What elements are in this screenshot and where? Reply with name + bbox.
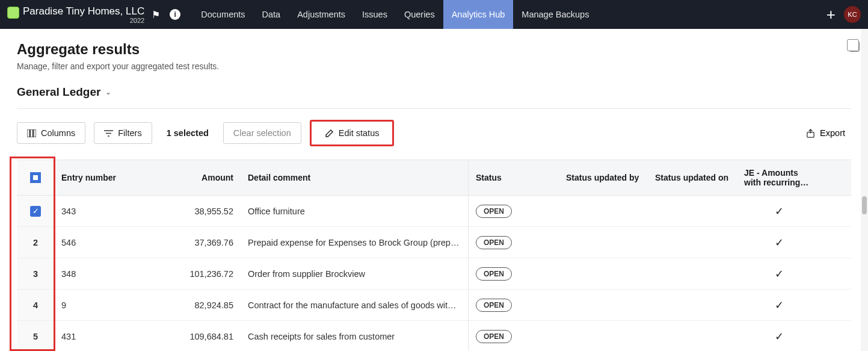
check-icon: ✓ [775,205,784,217]
table-row[interactable]: OPEN✓ [469,258,851,290]
status-cell: OPEN [469,200,559,223]
svg-rect-2 [34,129,36,137]
entry-cell: 431 [54,327,143,346]
updated-by-cell [559,207,648,216]
page-subtitle: Manage, filter and export your aggregate… [17,61,851,71]
table-row[interactable]: 3348101,236.72Order from supplier Brockv… [17,258,468,290]
results-table: Entry number Amount Detail comment ✓3433… [17,160,851,351]
svg-rect-1 [31,129,33,137]
nav-tab-adjustments[interactable]: Adjustments [289,0,354,29]
status-badge[interactable]: OPEN [476,267,512,281]
je-cell: ✓ [737,231,821,254]
nav-tab-data[interactable]: Data [254,0,289,29]
je-header[interactable]: JE - Amounts with recurring… [737,163,821,192]
vertical-scrollbar-thumb[interactable] [862,196,867,214]
nav-tabs: DocumentsDataAdjustmentsIssuesQueriesAna… [192,0,597,29]
select-all-header[interactable] [17,160,54,195]
amount-cell: 37,369.76 [143,233,241,252]
check-icon: ✓ [775,268,784,280]
je-cell: ✓ [737,262,821,285]
row-checkbox-checked-icon[interactable]: ✓ [30,206,41,217]
je-cell: ✓ [737,325,821,348]
add-icon[interactable]: + [826,5,836,24]
check-icon: ✓ [775,331,784,343]
row-number[interactable]: 3 [33,269,38,279]
row-number[interactable]: 4 [33,300,38,310]
columns-icon [27,129,36,137]
table-row[interactable]: 5431109,684.81Cash receipts for sales fr… [17,321,468,351]
detail-cell: Office furniture [241,202,468,221]
filter-icon [104,129,113,137]
status-cell: OPEN [469,325,559,348]
export-button[interactable]: Export [800,123,851,143]
user-avatar[interactable]: KC [844,6,861,23]
table-row[interactable]: 254637,369.76Prepaid expense for Expense… [17,227,468,258]
status-badge[interactable]: OPEN [476,236,512,249]
nav-tab-issues[interactable]: Issues [354,0,396,29]
updated-by-header[interactable]: Status updated by [559,168,648,187]
check-icon: ✓ [775,299,784,311]
vertical-scrollbar-track[interactable] [861,29,868,351]
table-row[interactable]: OPEN✓ [469,196,851,227]
updated-by-cell [559,332,648,341]
row-number[interactable]: 2 [33,238,38,247]
brand-year: 2022 [23,17,144,24]
nav-tab-manage-backups[interactable]: Manage Backups [513,0,597,29]
filters-button[interactable]: Filters [94,122,152,144]
amount-cell: 109,684.81 [143,327,241,346]
check-icon: ✓ [775,237,784,249]
amount-cell: 38,955.52 [143,202,241,221]
entry-cell: 343 [54,202,143,221]
nav-tab-documents[interactable]: Documents [192,0,253,29]
section-label: General Ledger [17,85,100,99]
status-cell: OPEN [469,262,559,285]
status-header[interactable]: Status [469,168,559,187]
row-index-cell[interactable]: 5 [17,321,54,351]
export-icon [806,129,815,138]
clear-selection-button[interactable]: Clear selection [223,122,301,144]
row-number[interactable]: 5 [33,332,38,341]
row-index-cell[interactable]: 3 [17,258,54,289]
table-row[interactable]: OPEN✓ [469,290,851,321]
status-badge[interactable]: OPEN [476,330,512,343]
table-row[interactable]: ✓34338,955.52Office furniture [17,196,468,227]
amount-cell: 82,924.85 [143,296,241,315]
amount-header[interactable]: Amount [143,168,241,187]
master-checkbox-icon [30,172,41,183]
selected-count: 1 selected [161,123,215,143]
detail-header[interactable]: Detail comment [241,168,468,187]
updated-on-header[interactable]: Status updated on [648,168,737,187]
nav-tab-queries[interactable]: Queries [396,0,443,29]
section-selector[interactable]: General Ledger ⌄ [17,85,851,99]
page-title: Aggregate results [17,41,851,58]
info-icon[interactable]: i [170,9,180,20]
table-row[interactable]: 4982,924.85Contract for the manufacture … [17,290,468,321]
entry-header[interactable]: Entry number [54,168,143,187]
entry-cell: 348 [54,264,143,284]
status-badge[interactable]: OPEN [476,299,512,312]
edit-status-button[interactable]: Edit status [310,120,395,146]
detail-cell: Contract for the manufacture and sales o… [241,296,468,315]
svg-rect-0 [27,129,29,137]
flag-icon[interactable]: ⚑ [152,9,160,20]
pencil-icon [325,129,334,138]
amount-cell: 101,236.72 [143,264,241,284]
updated-on-cell [648,269,737,279]
row-index-cell[interactable]: 2 [17,227,54,258]
updated-by-cell [559,300,648,310]
table-row[interactable]: OPEN✓ [469,321,851,351]
updated-on-cell [648,300,737,310]
row-index-cell[interactable]: ✓ [17,196,54,226]
je-cell: ✓ [737,200,821,223]
table-row[interactable]: OPEN✓ [469,227,851,258]
status-badge[interactable]: OPEN [476,205,512,218]
columns-button[interactable]: Columns [17,122,85,144]
row-index-cell[interactable]: 4 [17,290,54,320]
je-cell: ✓ [737,294,821,317]
brand-name: Paradise Tiny Homes, LLC [23,5,144,17]
brand[interactable]: Paradise Tiny Homes, LLC 2022 [7,5,144,24]
entry-cell: 9 [54,296,143,315]
copy-icon[interactable] [849,41,860,52]
nav-tab-analytics-hub[interactable]: Analytics Hub [443,0,514,29]
updated-by-cell [559,269,648,279]
